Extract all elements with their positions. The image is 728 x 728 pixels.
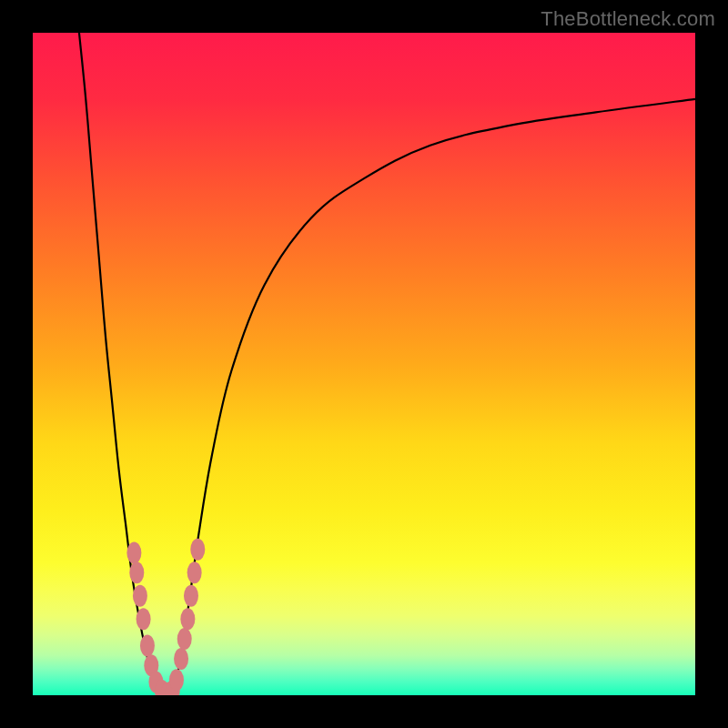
chart-frame: TheBottleneck.com: [0, 0, 728, 728]
data-dot: [133, 585, 147, 607]
data-dot: [177, 628, 192, 650]
curve-left-branch: [79, 33, 166, 695]
data-dot: [190, 539, 205, 561]
curve-layer: [33, 33, 695, 695]
plot-area: [33, 33, 695, 695]
data-dot: [126, 541, 141, 563]
watermark-text: TheBottleneck.com: [541, 7, 715, 31]
data-dot: [140, 634, 155, 656]
data-dot: [187, 561, 202, 583]
data-dot: [174, 648, 188, 670]
data-dot: [184, 585, 198, 607]
curve-right-branch: [166, 99, 695, 695]
data-dots: [126, 539, 205, 695]
data-dot: [180, 608, 195, 630]
data-dot: [129, 561, 144, 583]
data-dot: [136, 608, 151, 630]
data-dot: [169, 669, 184, 691]
